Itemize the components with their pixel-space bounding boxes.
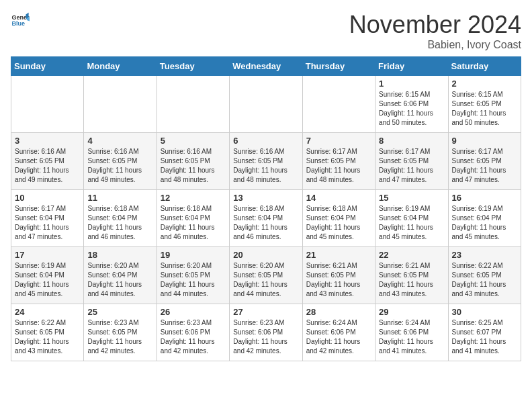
day-number: 14 <box>306 193 371 203</box>
col-wednesday: Wednesday <box>230 57 302 76</box>
cell-details: Sunrise: 6:16 AM Sunset: 6:05 PM Dayligh… <box>161 147 226 185</box>
table-row <box>84 76 157 133</box>
day-number: 29 <box>379 307 444 317</box>
col-thursday: Thursday <box>302 57 375 76</box>
day-number: 5 <box>161 136 226 146</box>
day-number: 17 <box>15 250 80 260</box>
day-number: 25 <box>87 307 152 317</box>
day-number: 24 <box>15 307 80 317</box>
title-block: November 2024 Babien, Ivory Coast <box>349 11 521 51</box>
table-row: 27Sunrise: 6:23 AM Sunset: 6:06 PM Dayli… <box>230 304 302 361</box>
calendar-header-row: Sunday Monday Tuesday Wednesday Thursday… <box>11 57 521 76</box>
cell-details: Sunrise: 6:17 AM Sunset: 6:05 PM Dayligh… <box>452 147 517 185</box>
table-row: 30Sunrise: 6:25 AM Sunset: 6:07 PM Dayli… <box>448 304 521 361</box>
table-row: 28Sunrise: 6:24 AM Sunset: 6:06 PM Dayli… <box>302 304 375 361</box>
day-number: 13 <box>233 193 298 203</box>
table-row: 6Sunrise: 6:16 AM Sunset: 6:05 PM Daylig… <box>230 133 302 190</box>
cell-details: Sunrise: 6:19 AM Sunset: 6:04 PM Dayligh… <box>379 204 444 242</box>
cell-details: Sunrise: 6:25 AM Sunset: 6:07 PM Dayligh… <box>452 318 517 356</box>
cell-details: Sunrise: 6:23 AM Sunset: 6:05 PM Dayligh… <box>87 318 152 356</box>
cell-details: Sunrise: 6:21 AM Sunset: 6:05 PM Dayligh… <box>306 261 371 299</box>
cell-details: Sunrise: 6:18 AM Sunset: 6:04 PM Dayligh… <box>87 204 152 242</box>
cell-details: Sunrise: 6:19 AM Sunset: 6:04 PM Dayligh… <box>15 261 80 299</box>
day-number: 18 <box>87 250 152 260</box>
cell-details: Sunrise: 6:21 AM Sunset: 6:05 PM Dayligh… <box>379 261 444 299</box>
table-row: 18Sunrise: 6:20 AM Sunset: 6:04 PM Dayli… <box>84 247 157 304</box>
col-friday: Friday <box>375 57 448 76</box>
table-row: 24Sunrise: 6:22 AM Sunset: 6:05 PM Dayli… <box>11 304 84 361</box>
day-number: 2 <box>452 79 517 89</box>
table-row: 8Sunrise: 6:17 AM Sunset: 6:05 PM Daylig… <box>375 133 448 190</box>
day-number: 4 <box>87 136 152 146</box>
day-number: 11 <box>87 193 152 203</box>
cell-details: Sunrise: 6:15 AM Sunset: 6:05 PM Dayligh… <box>452 90 517 128</box>
table-row: 1Sunrise: 6:15 AM Sunset: 6:06 PM Daylig… <box>375 76 448 133</box>
cell-details: Sunrise: 6:18 AM Sunset: 6:04 PM Dayligh… <box>233 204 298 242</box>
calendar-week-row: 1Sunrise: 6:15 AM Sunset: 6:06 PM Daylig… <box>11 76 521 133</box>
col-saturday: Saturday <box>448 57 521 76</box>
day-number: 19 <box>161 250 226 260</box>
table-row: 13Sunrise: 6:18 AM Sunset: 6:04 PM Dayli… <box>230 190 302 247</box>
cell-details: Sunrise: 6:20 AM Sunset: 6:05 PM Dayligh… <box>161 261 226 299</box>
day-number: 9 <box>452 136 517 146</box>
cell-details: Sunrise: 6:17 AM Sunset: 6:05 PM Dayligh… <box>379 147 444 185</box>
cell-details: Sunrise: 6:20 AM Sunset: 6:05 PM Dayligh… <box>233 261 298 299</box>
table-row: 26Sunrise: 6:23 AM Sunset: 6:06 PM Dayli… <box>157 304 229 361</box>
cell-details: Sunrise: 6:17 AM Sunset: 6:05 PM Dayligh… <box>306 147 371 185</box>
cell-details: Sunrise: 6:18 AM Sunset: 6:04 PM Dayligh… <box>306 204 371 242</box>
table-row: 22Sunrise: 6:21 AM Sunset: 6:05 PM Dayli… <box>375 247 448 304</box>
calendar-table: Sunday Monday Tuesday Wednesday Thursday… <box>11 56 521 361</box>
day-number: 20 <box>233 250 298 260</box>
cell-details: Sunrise: 6:23 AM Sunset: 6:06 PM Dayligh… <box>233 318 298 356</box>
table-row: 25Sunrise: 6:23 AM Sunset: 6:05 PM Dayli… <box>84 304 157 361</box>
table-row: 7Sunrise: 6:17 AM Sunset: 6:05 PM Daylig… <box>302 133 375 190</box>
day-number: 26 <box>161 307 226 317</box>
svg-text:Blue: Blue <box>11 20 25 27</box>
table-row <box>11 76 84 133</box>
table-row: 12Sunrise: 6:18 AM Sunset: 6:04 PM Dayli… <box>157 190 229 247</box>
table-row <box>157 76 229 133</box>
table-row: 5Sunrise: 6:16 AM Sunset: 6:05 PM Daylig… <box>157 133 229 190</box>
day-number: 30 <box>452 307 517 317</box>
day-number: 10 <box>15 193 80 203</box>
cell-details: Sunrise: 6:18 AM Sunset: 6:04 PM Dayligh… <box>161 204 226 242</box>
table-row: 14Sunrise: 6:18 AM Sunset: 6:04 PM Dayli… <box>302 190 375 247</box>
location-title: Babien, Ivory Coast <box>349 39 521 51</box>
calendar-week-row: 17Sunrise: 6:19 AM Sunset: 6:04 PM Dayli… <box>11 247 521 304</box>
table-row: 3Sunrise: 6:16 AM Sunset: 6:05 PM Daylig… <box>11 133 84 190</box>
day-number: 15 <box>379 193 444 203</box>
cell-details: Sunrise: 6:22 AM Sunset: 6:05 PM Dayligh… <box>452 261 517 299</box>
day-number: 21 <box>306 250 371 260</box>
day-number: 6 <box>233 136 298 146</box>
table-row: 2Sunrise: 6:15 AM Sunset: 6:05 PM Daylig… <box>448 76 521 133</box>
cell-details: Sunrise: 6:15 AM Sunset: 6:06 PM Dayligh… <box>379 90 444 128</box>
day-number: 16 <box>452 193 517 203</box>
col-sunday: Sunday <box>11 57 84 76</box>
day-number: 7 <box>306 136 371 146</box>
table-row <box>302 76 375 133</box>
calendar-week-row: 10Sunrise: 6:17 AM Sunset: 6:04 PM Dayli… <box>11 190 521 247</box>
logo-icon: General Blue <box>11 11 30 30</box>
cell-details: Sunrise: 6:20 AM Sunset: 6:04 PM Dayligh… <box>87 261 152 299</box>
cell-details: Sunrise: 6:17 AM Sunset: 6:04 PM Dayligh… <box>15 204 80 242</box>
day-number: 8 <box>379 136 444 146</box>
cell-details: Sunrise: 6:16 AM Sunset: 6:05 PM Dayligh… <box>87 147 152 185</box>
col-tuesday: Tuesday <box>157 57 229 76</box>
month-title: November 2024 <box>349 11 521 39</box>
day-number: 28 <box>306 307 371 317</box>
table-row: 29Sunrise: 6:24 AM Sunset: 6:06 PM Dayli… <box>375 304 448 361</box>
table-row: 19Sunrise: 6:20 AM Sunset: 6:05 PM Dayli… <box>157 247 229 304</box>
calendar-week-row: 24Sunrise: 6:22 AM Sunset: 6:05 PM Dayli… <box>11 304 521 361</box>
day-number: 12 <box>161 193 226 203</box>
table-row: 17Sunrise: 6:19 AM Sunset: 6:04 PM Dayli… <box>11 247 84 304</box>
day-number: 3 <box>15 136 80 146</box>
page-header: General Blue November 2024 Babien, Ivory… <box>11 11 521 51</box>
table-row: 15Sunrise: 6:19 AM Sunset: 6:04 PM Dayli… <box>375 190 448 247</box>
table-row <box>230 76 302 133</box>
table-row: 23Sunrise: 6:22 AM Sunset: 6:05 PM Dayli… <box>448 247 521 304</box>
day-number: 22 <box>379 250 444 260</box>
cell-details: Sunrise: 6:16 AM Sunset: 6:05 PM Dayligh… <box>233 147 298 185</box>
col-monday: Monday <box>84 57 157 76</box>
cell-details: Sunrise: 6:23 AM Sunset: 6:06 PM Dayligh… <box>161 318 226 356</box>
table-row: 21Sunrise: 6:21 AM Sunset: 6:05 PM Dayli… <box>302 247 375 304</box>
